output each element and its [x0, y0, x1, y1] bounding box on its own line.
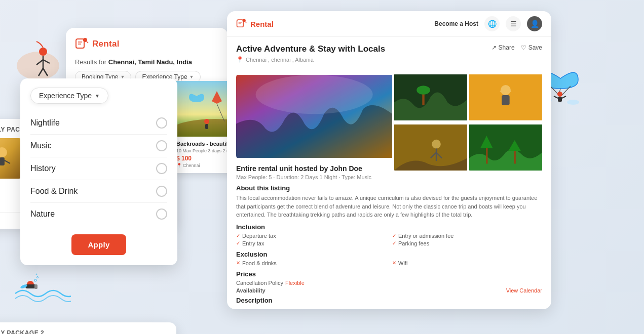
listing-logo-text: Rental: [250, 20, 274, 28]
user-button[interactable]: 👤: [527, 16, 542, 31]
svg-line-13: [562, 96, 566, 98]
svg-rect-36: [205, 124, 208, 129]
about-title: About this listing: [236, 184, 542, 192]
exclusion-title: Exclusion: [236, 251, 542, 258]
photo-side-1: [394, 73, 467, 171]
dropdown-trigger[interactable]: Experience Type ▼: [30, 88, 108, 104]
svg-point-27: [83, 38, 87, 42]
svg-rect-24: [76, 39, 84, 48]
package-2-header: FAMILY PACKAGE 2: [0, 329, 168, 335]
svg-point-21: [34, 279, 36, 281]
photo-grid: [236, 73, 542, 159]
option-food-drink[interactable]: Food & Drink: [30, 180, 167, 203]
save-button[interactable]: ♡ Save: [521, 44, 542, 51]
search-header: Rental: [75, 37, 219, 51]
exclusion-item-2: ✕ Wifi: [392, 260, 542, 266]
check-icon-3: ✓: [236, 240, 240, 246]
option-history[interactable]: History: [30, 157, 167, 180]
check-icon-2: ✓: [392, 233, 396, 238]
radio-nightlife[interactable]: [156, 117, 167, 129]
apply-button[interactable]: Apply: [71, 234, 126, 255]
package-card-2: FAMILY PACKAGE 2: [0, 322, 176, 335]
inclusion-item-1: ✓ Departure tax: [236, 233, 386, 239]
exclusion-item-1: ✕ Food & drinks: [236, 260, 386, 266]
listing-sub-meta: Max People: 5 · Duration: 2 Days 1 Night…: [236, 174, 542, 180]
x-icon-1: ✕: [236, 260, 240, 266]
svg-rect-58: [486, 147, 487, 163]
side-photo-3: [469, 73, 542, 121]
option-nature[interactable]: Nature: [30, 203, 167, 225]
listing-nav: Become a Host 🌐 ☰ 👤: [434, 16, 542, 31]
heart-icon: ♡: [521, 44, 526, 51]
option-nightlife[interactable]: Nightlife: [30, 112, 167, 135]
cancellation-type: Flexible: [285, 280, 305, 286]
listing-content: Active Adventure & Stay with Locals 📍 Ch…: [227, 37, 551, 159]
check-icon-1: ✓: [236, 233, 240, 238]
svg-point-15: [567, 100, 579, 105]
globe-button[interactable]: 🌐: [484, 16, 500, 31]
radio-food-drink[interactable]: [156, 186, 167, 197]
svg-line-5: [39, 68, 43, 76]
view-calendar-link[interactable]: View Calendar: [506, 287, 542, 294]
listing-actions: ↗ Share ♡ Save: [491, 44, 542, 51]
svg-rect-20: [34, 284, 37, 289]
svg-line-3: [36, 60, 43, 65]
adventure-deco: [15, 40, 61, 81]
radio-history[interactable]: [156, 163, 167, 174]
option-music[interactable]: Music: [30, 135, 167, 157]
listing-title: Active Adventure & Stay with Locals: [236, 44, 385, 54]
svg-point-19: [20, 284, 27, 289]
inclusion-item-4: ✓ Parking fees: [392, 240, 542, 246]
side-photo-2: [394, 123, 467, 172]
about-text: This local accommodation never fails to …: [236, 194, 542, 219]
pill-arrow2: ▼: [190, 74, 194, 79]
main-photo: [236, 73, 392, 159]
scene: Rental Results for Chennai, Tamil Nadu, …: [0, 0, 644, 334]
svg-line-41: [245, 22, 246, 23]
svg-line-12: [554, 96, 558, 98]
menu-button[interactable]: ☰: [506, 16, 521, 31]
svg-point-1: [39, 48, 47, 56]
listing-logo-icon: [236, 18, 247, 29]
svg-line-7: [550, 86, 559, 95]
svg-point-22: [37, 277, 39, 278]
svg-point-10: [557, 92, 562, 97]
experience-type-dropdown: Experience Type ▼ Nightlife Music Histor…: [20, 78, 177, 265]
listing-location: 📍 Chennai , chennai , Albania: [236, 56, 385, 63]
become-host-link[interactable]: Become a Host: [434, 20, 478, 27]
svg-point-23: [36, 274, 37, 275]
svg-rect-60: [514, 150, 516, 164]
chevron-down-icon: ▼: [95, 93, 100, 99]
svg-point-16: [27, 281, 34, 288]
availability-row: Availability View Calendar: [236, 287, 542, 294]
package-1-image: [0, 138, 22, 179]
x-icon-2: ✕: [392, 260, 396, 266]
location-icon: 📍: [236, 56, 244, 63]
svg-point-53: [501, 85, 511, 95]
inclusion-title: Inclusion: [236, 223, 542, 231]
cancellation-row: Cancellation Policy Flexible: [236, 280, 542, 286]
listing-info: Entire rental unit hosted by John Doe Ma…: [227, 159, 551, 309]
check-icon-4: ✓: [392, 240, 396, 246]
svg-point-48: [432, 140, 441, 149]
svg-line-28: [87, 41, 88, 43]
listing-logo-area: Rental: [236, 18, 274, 29]
description-title: Description: [236, 297, 542, 304]
svg-line-8: [559, 89, 560, 95]
side-photo-4: [469, 123, 542, 172]
prices-title: Prices: [236, 270, 542, 278]
share-button[interactable]: ↗ Share: [491, 44, 515, 51]
listing-panel: Rental Become a Host 🌐 ☰ 👤 Active Advent…: [227, 11, 551, 309]
radio-nature[interactable]: [156, 208, 167, 220]
svg-rect-37: [237, 20, 244, 27]
radio-music[interactable]: [156, 140, 167, 151]
svg-point-0: [17, 52, 59, 80]
svg-rect-18: [25, 284, 36, 288]
logo-text: Rental: [92, 39, 120, 49]
photo-side-2: [469, 73, 542, 171]
share-icon: ↗: [491, 44, 497, 51]
inclusion-grid: ✓ Departure tax ✓ Entry or admission fee…: [236, 233, 542, 246]
svg-line-9: [562, 86, 571, 95]
svg-point-40: [243, 19, 246, 22]
svg-rect-54: [502, 95, 509, 105]
